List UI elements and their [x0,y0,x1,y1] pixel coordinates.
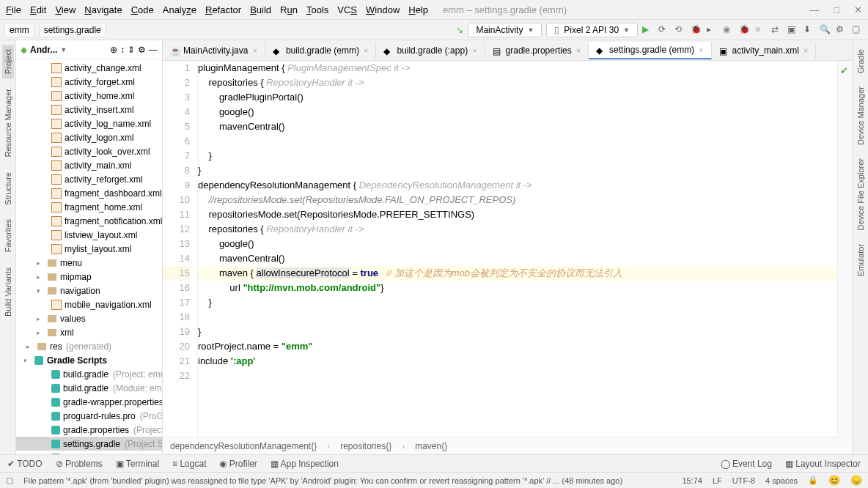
target-icon[interactable]: ⊕ [110,45,117,55]
profiler-tab[interactable]: ◉ Profiler [219,459,257,469]
tree-file[interactable]: fragment_notification.xml [16,214,162,228]
tree-folder[interactable]: ▸res (generated) [16,339,162,353]
tree-file[interactable]: activity_insert.xml [16,103,162,117]
gradle-tab[interactable]: Gradle [855,45,867,78]
tree-gradle-file[interactable]: build.gradle(Module: emm) [16,381,162,395]
minimize-icon[interactable]: — [809,4,819,15]
tree-file[interactable]: activity_home.xml [16,89,162,103]
status-indicator-icon[interactable]: ▢ [6,476,13,485]
close-tab-icon[interactable]: × [472,46,477,55]
apply-code-icon[interactable]: ⟲ [674,24,686,36]
menu-build[interactable]: Build [250,4,271,15]
tree-folder[interactable]: ▸values [16,311,162,325]
terminal-tab[interactable]: ▣ Terminal [116,459,159,469]
tree-file[interactable]: activity_log_name.xml [16,117,162,130]
lock-icon[interactable]: 🔒 [808,476,818,485]
editor-tab[interactable]: ▤gradle.properties× [485,42,589,59]
collapse-all-icon[interactable]: ⇕ [128,45,135,55]
build-variants-tab[interactable]: Build Variants [2,263,14,321]
menu-window[interactable]: Window [366,4,400,15]
avatar-icon[interactable]: ▢ [852,24,864,36]
emoji-happy-icon[interactable]: 😊 [828,475,840,486]
menu-vcs[interactable]: VCS [337,4,357,15]
menu-edit[interactable]: Edit [30,4,46,15]
menu-help[interactable]: Help [408,4,428,15]
editor-tab[interactable]: ▣activity_main.xml× [712,42,817,59]
maximize-icon[interactable]: □ [834,4,839,15]
problems-tab[interactable]: ⊘ Problems [56,459,103,469]
tree-file[interactable]: activity_main.xml [16,158,162,172]
favorites-tab[interactable]: Favorites [2,215,14,256]
tree-file[interactable]: activity_reforget.xml [16,172,162,186]
build-icon[interactable]: ↘ [456,25,463,35]
emoji-sad-icon[interactable]: 😞 [850,475,862,486]
menu-code[interactable]: Code [131,4,154,15]
tree-folder[interactable]: ▸menu [16,256,162,270]
tree-folder[interactable]: ▾navigation [16,284,162,297]
menu-view[interactable]: View [55,4,76,15]
structure-tab[interactable]: Structure [2,168,14,210]
tree-gradle-file[interactable]: proguard-rules.pro(ProGu [16,409,162,423]
editor-tab[interactable]: ◆build.gradle (emm)× [265,42,376,59]
tree-folder[interactable]: ▸mipmap [16,270,162,284]
editor-breadcrumb-item[interactable]: maven{} [415,441,447,451]
device-select[interactable]: ▯ Pixel 2 API 30 ▼ [546,23,638,37]
tree-file[interactable]: fragment_home.xml [16,200,162,214]
indent-info[interactable]: 4 spaces [765,476,798,485]
file-encoding[interactable]: UTF-8 [732,476,755,485]
editor-tab[interactable]: ◆build.gradle (:app)× [376,42,485,59]
chevron-down-icon[interactable]: ▼ [60,46,67,53]
tree-gradle-file[interactable]: gradle.properties(Project P [16,423,162,437]
caret-position[interactable]: 15:74 [682,476,702,485]
breadcrumb-file[interactable]: settings.gradle [39,23,106,37]
search-icon[interactable]: 🔍 [820,24,831,36]
app-inspection-tab[interactable]: ▦ App Inspection [271,459,339,469]
tree-gradle-scripts[interactable]: ▾Gradle Scripts [16,353,162,367]
status-message[interactable]: File pattern '*.apk' (from 'bundled' plu… [23,476,672,485]
close-tab-icon[interactable]: × [803,46,808,55]
tree-file[interactable]: mobile_navigation.xml [16,297,162,311]
close-icon[interactable]: ✕ [854,4,862,15]
coverage-icon[interactable]: ▸ [707,24,718,36]
emulator-tab[interactable]: Emulator [855,240,867,281]
panel-settings-icon[interactable]: ⚙ [138,45,146,55]
tree-gradle-file[interactable]: settings.gradle(Project Set [16,437,162,451]
tree-gradle-file[interactable]: gradle-wrapper.properties [16,395,162,409]
profiler-icon[interactable]: ◉ [723,24,735,36]
close-tab-icon[interactable]: × [364,46,368,55]
menu-navigate[interactable]: Navigate [84,4,122,15]
menu-tools[interactable]: Tools [306,4,328,15]
editor-tab[interactable]: ☕MainActivity.java× [163,42,265,59]
run-config-select[interactable]: MainActivity ▼ [468,23,542,37]
tree-file[interactable]: fragment_dashboard.xml [16,186,162,200]
avd-icon[interactable]: ▣ [787,24,799,36]
tree-file[interactable]: activity_look_over.xml [16,144,162,158]
menu-refactor[interactable]: Refactor [205,4,241,15]
project-tree[interactable]: activity_change.xmlactivity_forget.xmlac… [16,59,162,454]
logcat-tab[interactable]: ≡ Logcat [172,459,206,469]
close-tab-icon[interactable]: × [576,46,581,55]
sdk-icon[interactable]: ⬇ [803,24,815,36]
tree-gradle-file[interactable]: build.gradle(Project: emm) [16,367,162,381]
resource-manager-tab[interactable]: Resource Manager [2,84,14,162]
tree-file[interactable]: activity_forget.xml [16,75,162,89]
close-tab-icon[interactable]: × [699,45,703,54]
todo-tab[interactable]: ✔ TODO [7,459,43,469]
tree-file[interactable]: activity_logon.xml [16,130,162,144]
settings-icon[interactable]: ⚙ [836,24,847,36]
layout-inspector-tab[interactable]: ▦ Layout Inspector [785,459,861,469]
menu-file[interactable]: File [6,4,21,15]
editor-breadcrumb-item[interactable]: dependencyResolutionManagement{} [170,441,317,451]
tree-file[interactable]: mylist_layout.xml [16,242,162,256]
editor-marker-bar[interactable]: ✔ [837,61,852,437]
tree-file[interactable]: listview_layout.xml [16,228,162,242]
device-manager-tab[interactable]: Device Manager [855,82,867,149]
tree-file[interactable]: activity_change.xml [16,61,162,75]
apply-changes-icon[interactable]: ⟳ [658,24,670,36]
debug-icon[interactable]: 🐞 [691,24,702,36]
breadcrumb-project[interactable]: emm [4,23,34,37]
editor-breadcrumb-item[interactable]: repositories{} [340,441,391,451]
hide-icon[interactable]: — [149,45,158,55]
panel-title[interactable]: Andr... [30,45,57,55]
editor-tab[interactable]: ◆settings.gradle (emm)× [589,42,711,59]
